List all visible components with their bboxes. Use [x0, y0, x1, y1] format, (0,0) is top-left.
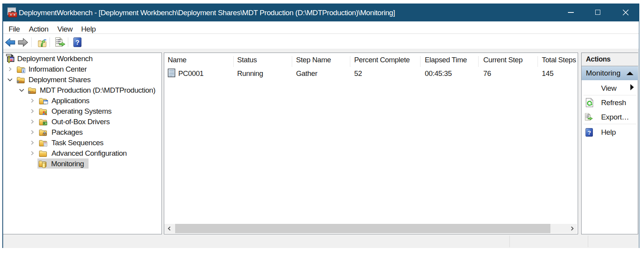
svg-text:?: ?: [75, 39, 79, 46]
svg-text:?: ?: [587, 129, 591, 136]
